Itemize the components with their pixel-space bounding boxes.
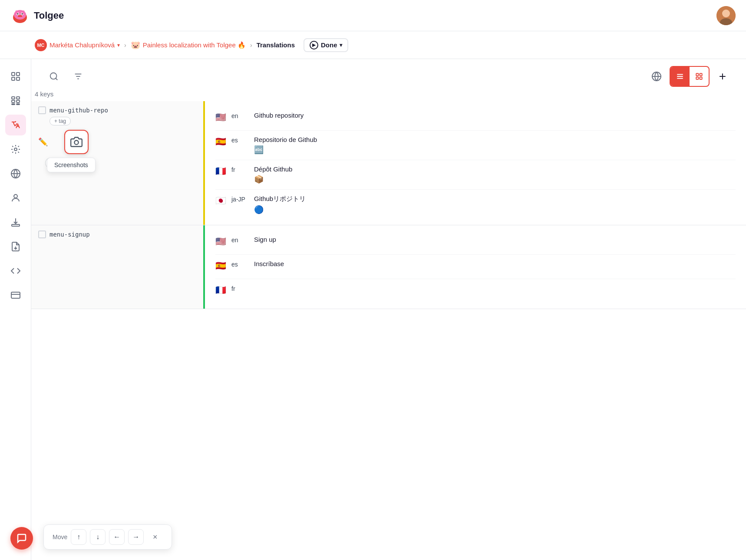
chat-button[interactable] [10,527,33,550]
add-tag-button-1[interactable]: + tag [50,117,71,125]
sidebar-item-export[interactable] [5,236,26,257]
flag-fr-2: 🇫🇷 [215,285,226,295]
sidebar-item-billing[interactable] [5,285,26,306]
move-label: Move [53,534,67,540]
sidebar [0,59,31,560]
translation-entry: 🇪🇸 es Inscríbase [215,255,736,279]
svg-rect-39 [696,73,698,76]
svg-point-23 [14,148,17,151]
svg-point-7 [20,15,22,17]
logo-area: Tolgee [10,6,64,25]
move-up-button[interactable]: ↑ [71,529,86,545]
screenshot-button[interactable] [64,130,89,154]
translation-col-2: 🇺🇸 en Sign up 🇪🇸 es Inscríbase 🇫🇷 fr [205,225,746,309]
sidebar-item-translations[interactable] [5,115,26,135]
user-chevron-icon: ▾ [117,42,120,48]
svg-rect-21 [12,104,15,105]
add-button[interactable]: + [713,67,732,86]
key-column-1: menu-github-repo + tag ✏️ Screenshots [31,101,205,225]
google-translate-icon-ja: 🔵 [254,205,306,214]
sidebar-item-languages[interactable] [5,163,26,184]
main-layout: + 4 keys menu-github-repo + tag ✏️ [0,59,746,560]
flag-en-1: 🇺🇸 [215,112,226,122]
auto-translate-icon-es: 🔤 [254,145,317,155]
lang-code-ja-1: ja-JP [231,196,249,203]
user-avatar[interactable] [716,6,736,25]
translation-entry: 🇺🇸 en Github repository [215,106,736,131]
sidebar-item-members[interactable] [5,188,26,208]
ja-translation-wrapper: Githubリポジトリ 🔵 [254,195,306,214]
close-bottom-bar-button[interactable]: × [147,529,163,545]
done-button[interactable]: ▶ Done ▾ [304,38,349,52]
flag-es-1: 🇪🇸 [215,136,226,147]
svg-point-11 [722,10,730,17]
lang-code-en-1: en [231,112,249,119]
svg-rect-20 [17,100,20,102]
svg-rect-40 [700,73,702,76]
translation-text-es-1: Repositorio de Github [254,136,317,143]
sidebar-item-settings[interactable] [5,139,26,160]
key-name-1: menu-github-repo [50,107,108,114]
es-translation-wrapper: Repositorio de Github 🔤 [254,136,317,155]
move-left-button[interactable]: ← [109,529,125,545]
svg-rect-16 [17,77,20,80]
translation-text-ja-1: Githubリポジトリ [254,195,306,203]
breadcrumb-user[interactable]: MC Markéta Chalupníková ▾ [35,39,120,51]
lang-code-fr-1: fr [231,166,249,173]
key-name-2: menu-signup [50,231,90,238]
key-row-2: menu-signup [38,231,196,238]
flag-es-2: 🇪🇸 [215,260,226,271]
translation-entry: 🇫🇷 fr Dépôt Github 📦 [215,160,736,190]
svg-rect-22 [17,104,20,105]
sidebar-item-grid[interactable] [5,90,26,111]
svg-rect-26 [12,224,20,226]
sidebar-item-dashboard[interactable] [5,66,26,87]
svg-line-31 [56,78,57,80]
row-checkbox-1[interactable] [38,106,46,114]
done-label: Done [321,41,337,49]
breadcrumb-bar: MC Markéta Chalupníková ▾ › 🐷 Painless l… [0,31,746,59]
svg-rect-18 [17,97,20,99]
bottom-bar: Move ↑ ↓ ← → × [43,524,172,550]
sidebar-item-import[interactable] [5,212,26,233]
edit-icon[interactable]: ✏️ [38,137,48,147]
lang-code-fr-2: fr [231,285,249,292]
move-down-button[interactable]: ↓ [90,529,106,545]
breadcrumb-user-name: Markéta Chalupníková [50,41,115,49]
flag-fr-1: 🇫🇷 [215,166,226,176]
key-column-2: menu-signup [31,225,205,309]
translation-text-fr-1: Dépôt Github [254,165,292,173]
breadcrumb-project[interactable]: 🐷 Painless localization with Tolgee 🔥 [131,40,246,50]
grid-view-button[interactable] [690,67,709,86]
fr-translation-wrapper: Dépôt Github 📦 [254,165,292,184]
move-right-button[interactable]: → [128,529,144,545]
translation-entry: 🇯🇵 ja-JP Githubリポジトリ 🔵 [215,190,736,220]
screenshot-area: ✏️ Screenshots [38,130,196,154]
translation-table: menu-github-repo + tag ✏️ Screenshots [31,101,746,560]
row-checkbox-2[interactable] [38,231,46,238]
lang-code-en-2: en [231,237,249,244]
breadcrumb-section: Translations [257,41,295,49]
done-chevron-icon: ▾ [340,42,342,48]
search-button[interactable] [45,68,63,85]
breadcrumb-separator-2: › [250,42,252,49]
sidebar-item-developer[interactable] [5,260,26,281]
svg-rect-28 [11,292,20,298]
translation-text-es-2: Inscríbase [254,260,736,267]
keys-count: 4 keys [31,90,746,101]
screenshots-tooltip: Screenshots [47,158,96,172]
svg-point-25 [14,194,17,198]
top-bar: Tolgee [0,0,746,31]
svg-point-43 [74,141,78,145]
breadcrumb-separator-1: › [124,42,126,49]
app-name: Tolgee [34,10,64,21]
filter-button[interactable] [69,68,87,85]
toolbar-left [45,68,87,85]
svg-rect-41 [696,77,698,79]
globe-button[interactable] [647,67,666,86]
translation-entry: 🇺🇸 en Sign up [215,231,736,255]
list-view-button[interactable] [670,67,690,86]
svg-rect-19 [12,100,15,102]
translation-col-1: 🇺🇸 en Github repository 🇪🇸 es Repositori… [205,101,746,225]
action-icon-fr: 📦 [254,175,292,184]
